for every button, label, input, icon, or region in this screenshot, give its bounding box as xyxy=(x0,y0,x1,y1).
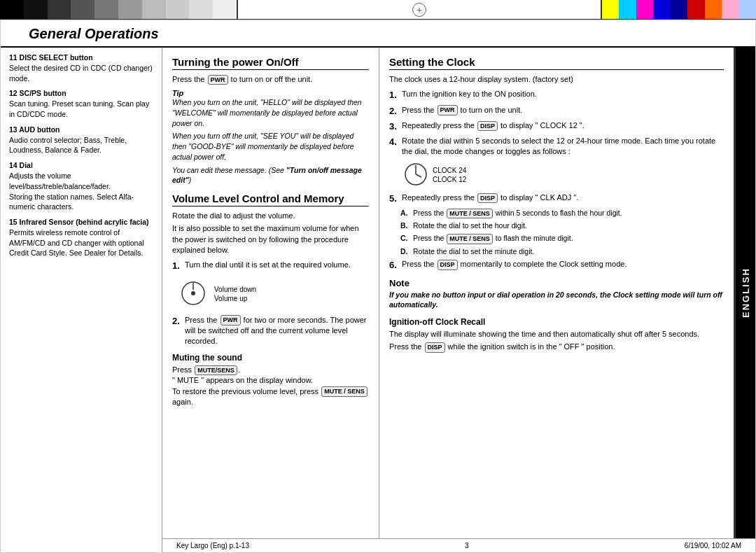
swatch-yellow xyxy=(602,0,619,19)
turning-power-title: Turning the power On/Off xyxy=(172,56,369,70)
swatch-1 xyxy=(24,0,48,19)
clock-step-A: A. Press the MUTE / SENS within 5 second… xyxy=(400,208,724,219)
svg-point-2 xyxy=(191,291,195,295)
clock-svg xyxy=(403,162,428,187)
volume-step-1: 1. Turn the dial until it is set at the … xyxy=(172,260,369,272)
clock-step-4: 4. Rotate the dial within 5 seconds to s… xyxy=(389,136,724,158)
sidebar-item-13: 13 AUD button Audio control selector; Ba… xyxy=(9,125,153,155)
clock-step-2-text: Press the PWR to turn on the unit. xyxy=(402,105,522,118)
svg-line-5 xyxy=(416,174,421,177)
volume-intro2: It is also possible to set the maximum v… xyxy=(172,223,369,255)
mute-btn-C: MUTE / SENS xyxy=(447,234,493,244)
item-11-num: 11 xyxy=(9,53,20,62)
item-13-num: 13 xyxy=(9,125,19,134)
sidebar-item-11: 11 DISC SELECT button Select the desired… xyxy=(9,53,153,83)
swatch-black xyxy=(0,0,24,19)
swatch-9 xyxy=(213,0,237,19)
page: General Operations 11 DISC SELECT button… xyxy=(0,20,756,553)
ignition-text-1: The display will illuminate showing the … xyxy=(389,329,724,340)
swatch-red xyxy=(687,0,704,19)
volume-title: Volume Level Control and Memory xyxy=(172,192,369,206)
swatch-blue xyxy=(653,0,670,19)
sidebar-item-15: 15 Infrared Sensor (behind acrylic facia… xyxy=(9,218,153,258)
swatch-5 xyxy=(118,0,142,19)
ignition-text-2: Press the DISP while the ignition switch… xyxy=(389,342,724,352)
item-15-desc: Permits wireless remote control of AM/FM… xyxy=(9,227,153,258)
clock-step-D-text: Rotate the dial to set the minute digit. xyxy=(413,246,534,257)
clock-step-5: 5. Repeatedly press the DISP to display … xyxy=(389,192,724,205)
note-text: If you make no button input or dial oper… xyxy=(389,290,724,310)
clock-step-3: 3. Repeatedly press the DISP to display … xyxy=(389,120,724,133)
sidebar-item-14: 14 Dial Adjusts the volume level/bass/tr… xyxy=(9,161,153,212)
bottom-center-text: 3 xyxy=(465,542,469,550)
swatch-2 xyxy=(48,0,71,19)
dial-svg xyxy=(179,276,207,311)
swatch-6 xyxy=(142,0,166,19)
muting-press: Press MUTE/SENS. xyxy=(172,365,369,375)
tip-text-1: When you turn on the unit, "HELLO" will … xyxy=(172,97,369,128)
swatch-lightblue xyxy=(739,0,756,19)
clock-alpha-steps: A. Press the MUTE / SENS within 5 second… xyxy=(400,208,724,256)
clock-intro: The clock uses a 12-hour display system.… xyxy=(389,74,724,85)
clock-labels: CLOCK 24 CLOCK 12 xyxy=(433,167,466,183)
volume-intro: Rotate the dial to adjust the volume. xyxy=(172,211,369,221)
disp-btn-5: DISP xyxy=(477,193,498,204)
disp-btn-6: DISP xyxy=(438,260,458,270)
main-content: Turning the power On/Off Press the PWR t… xyxy=(162,48,755,552)
clock-step-1-text: Turn the ignition key to the ON position… xyxy=(402,89,537,102)
content-area: 11 DISC SELECT button Select the desired… xyxy=(1,48,755,552)
clock-step-B: B. Rotate the dial to set the hour digit… xyxy=(400,220,724,231)
swatch-cyan xyxy=(619,0,636,19)
clock-12-label: CLOCK 12 xyxy=(433,176,466,183)
clock-24-label: CLOCK 24 xyxy=(433,167,466,174)
swatch-4 xyxy=(94,0,118,19)
muting-section: Muting the sound Press MUTE/SENS. " MUTE… xyxy=(172,353,369,408)
clock-step5-list: 5. Repeatedly press the DISP to display … xyxy=(389,192,724,205)
swatch-darkblue xyxy=(671,0,687,19)
turning-power-intro: Press the PWR to turn on or off the unit… xyxy=(172,74,369,85)
item-12-label: SC/PS button xyxy=(20,89,66,97)
item-13-desc: Audio control selector; Bass, Treble, Lo… xyxy=(9,135,153,155)
volume-section: Volume Level Control and Memory Rotate t… xyxy=(172,192,369,407)
item-13-label: AUD button xyxy=(19,125,59,134)
volume-step-1-text: Turn the dial until it is set at the req… xyxy=(185,260,351,272)
item-14-label: Dial xyxy=(20,161,33,169)
item-14-num: 14 xyxy=(9,161,20,169)
crosshair-icon xyxy=(412,3,426,17)
pwr-btn-step2: PWR xyxy=(220,315,241,326)
tip-block: Tip When you turn on the unit, "HELLO" w… xyxy=(172,89,369,186)
top-color-bar xyxy=(0,0,756,20)
volume-step2-list: 2. Press the PWR for two or more seconds… xyxy=(172,315,369,347)
turning-power-section: Turning the power On/Off Press the PWR t… xyxy=(172,56,369,186)
top-crosshair xyxy=(238,0,602,19)
note-label: Note xyxy=(389,278,724,288)
bottom-left-text: Key Largo (Eng) p.1-13 xyxy=(176,542,249,550)
clock-step-4-text: Rotate the dial within 5 seconds to sele… xyxy=(402,136,724,158)
left-sidebar: 11 DISC SELECT button Select the desired… xyxy=(1,48,162,552)
swatch-pink xyxy=(722,0,738,19)
clock-step-1: 1. Turn the ignition key to the ON posit… xyxy=(389,89,724,102)
item-15-label: Infrared Sensor (behind acrylic facia) xyxy=(20,218,149,226)
left-swatches xyxy=(0,0,238,19)
item-12-num: 12 xyxy=(9,89,20,97)
ignition-section: Ignition-off Clock Recall The display wi… xyxy=(389,317,724,353)
clock-step-D: D. Rotate the dial to set the minute dig… xyxy=(400,246,724,257)
mute-btn-2: MUTE / SENS xyxy=(321,386,368,397)
disp-btn-3: DISP xyxy=(477,121,498,132)
item-12-desc: Scan tuning. Preset scan tuning. Scan pl… xyxy=(9,99,153,119)
vol-down-label: Volume down xyxy=(214,286,256,293)
tip-text-3: You can edit these message. (See "Turn o… xyxy=(172,165,369,186)
volume-step-2: 2. Press the PWR for two or more seconds… xyxy=(172,315,369,347)
pwr-button-inline: PWR xyxy=(208,75,228,85)
sidebar-item-12: 12 SC/PS button Scan tuning. Preset scan… xyxy=(9,89,153,119)
item-15-num: 15 xyxy=(9,218,20,226)
clock-step6-list: 6. Press the DISP momentarily to complet… xyxy=(389,259,724,272)
clock-diagram: CLOCK 24 CLOCK 12 xyxy=(403,162,724,188)
clock-step-2: 2. Press the PWR to turn on the unit. xyxy=(389,105,724,118)
two-col-layout: Turning the power On/Off Press the PWR t… xyxy=(162,48,755,538)
muting-line3: To restore the previous volume level, pr… xyxy=(172,386,369,408)
swatch-8 xyxy=(189,0,213,19)
bottom-right-text: 6/19/00, 10:02 AM xyxy=(685,542,741,550)
clock-step-B-text: Rotate the dial to set the hour digit. xyxy=(413,220,527,231)
clock-step-6: 6. Press the DISP momentarily to complet… xyxy=(389,259,724,272)
